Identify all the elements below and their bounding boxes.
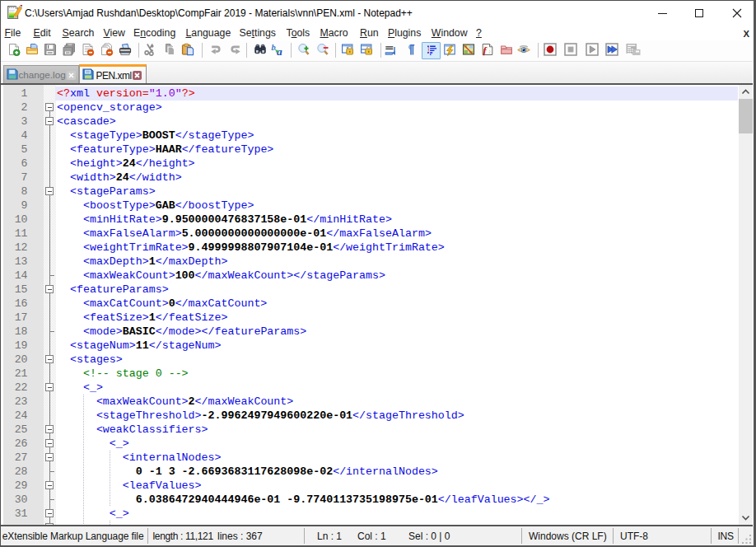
- svg-text:ƒ: ƒ: [483, 44, 488, 56]
- svg-text:b: b: [271, 43, 275, 52]
